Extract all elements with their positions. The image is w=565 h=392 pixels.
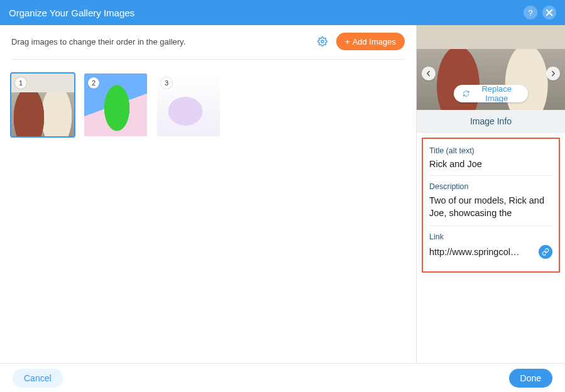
- thumb-index-badge: 3: [161, 77, 172, 89]
- image-preview: Replace Image: [417, 25, 565, 110]
- title-label: Title (alt text): [429, 146, 552, 155]
- description-value: Two of our models, Rick and Joe, showcas…: [429, 195, 552, 219]
- cancel-button[interactable]: Cancel: [13, 369, 63, 388]
- title-bar: Organize Your Gallery Images ?: [0, 0, 565, 25]
- link-value: http://www.springcol…: [429, 247, 519, 257]
- refresh-icon: [463, 89, 469, 98]
- thumbnail-2[interactable]: 2: [84, 74, 147, 136]
- add-images-button[interactable]: + Add Images: [336, 33, 405, 50]
- toolbar-right: + Add Images: [316, 33, 405, 50]
- next-image-button[interactable]: [546, 67, 560, 80]
- prev-image-button[interactable]: [422, 67, 436, 80]
- thumbnail-3[interactable]: 3: [157, 74, 220, 136]
- title-field[interactable]: Title (alt text) Rick and Joe: [429, 143, 552, 175]
- thumbnail-1[interactable]: 1: [11, 74, 74, 136]
- image-info-header: Image Info: [417, 110, 565, 133]
- link-icon: [542, 248, 549, 256]
- replace-image-button[interactable]: Replace Image: [454, 85, 528, 102]
- plus-icon: +: [345, 37, 350, 46]
- link-label: Link: [429, 232, 552, 241]
- link-row: http://www.springcol…: [429, 245, 552, 259]
- modal-footer: Cancel Done: [0, 363, 565, 392]
- replace-image-label: Replace Image: [474, 84, 519, 103]
- organize-gallery-modal: Organize Your Gallery Images ? Drag imag…: [0, 0, 565, 392]
- description-label: Description: [429, 182, 552, 191]
- link-button[interactable]: [539, 245, 552, 259]
- done-button[interactable]: Done: [509, 369, 552, 388]
- help-button[interactable]: ?: [524, 6, 537, 19]
- title-value: Rick and Joe: [429, 159, 552, 169]
- gallery-toolbar: Drag images to change their order in the…: [11, 33, 405, 60]
- description-field[interactable]: Description Two of our models, Rick and …: [429, 175, 552, 226]
- modal-title: Organize Your Gallery Images: [9, 8, 134, 18]
- svg-point-0: [321, 40, 324, 43]
- thumb-index-badge: 2: [88, 77, 99, 89]
- title-actions: ?: [524, 6, 556, 19]
- add-images-label: Add Images: [353, 37, 396, 46]
- gear-icon: [317, 36, 327, 46]
- close-icon: [546, 9, 553, 16]
- image-info-box: Title (alt text) Rick and Joe Descriptio…: [422, 138, 560, 273]
- thumbnail-strip: 1 2 3: [11, 60, 405, 150]
- settings-button[interactable]: [316, 35, 329, 48]
- thumb-index-badge: 1: [15, 77, 26, 89]
- drag-hint: Drag images to change their order in the…: [11, 37, 185, 46]
- modal-body: Drag images to change their order in the…: [0, 25, 565, 363]
- right-panel: Replace Image Image Info Title (alt text…: [416, 25, 565, 363]
- link-field[interactable]: Link http://www.springcol…: [429, 226, 552, 265]
- chevron-right-icon: [550, 70, 556, 77]
- chevron-left-icon: [425, 70, 432, 77]
- close-button[interactable]: [542, 6, 556, 19]
- left-panel: Drag images to change their order in the…: [0, 25, 416, 363]
